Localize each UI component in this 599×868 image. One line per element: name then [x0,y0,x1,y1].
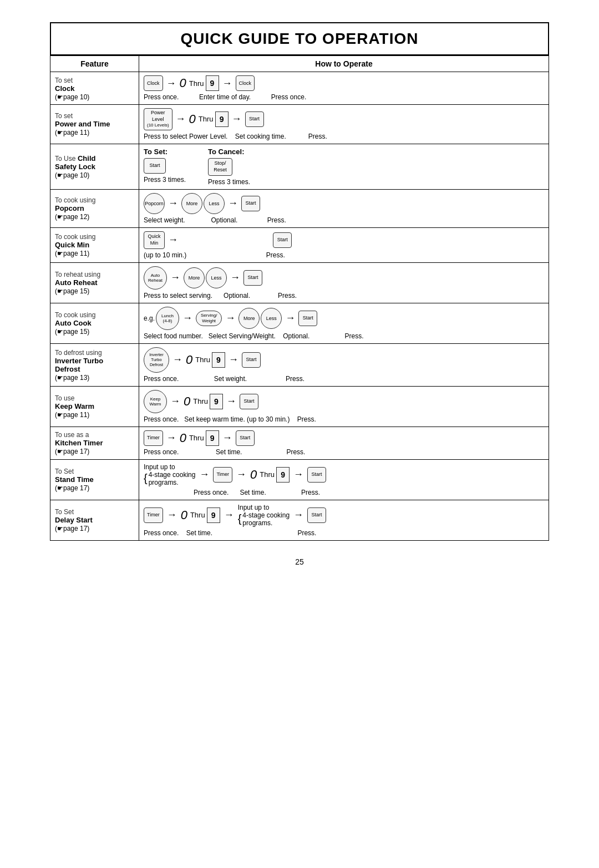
feature-keep-warm: To use Keep Warm (☛page 11) [50,386,139,427]
quick-min-btn[interactable]: QuickMin [144,231,165,249]
table-row: To defrost using Inverter Turbo Defrost … [50,343,549,386]
zero-nine-defrost: 0 Thru 9 [186,352,225,368]
timer-btn-kitchen[interactable]: Timer [144,430,163,446]
arrow-icon: → [167,509,177,521]
start-btn-child-set[interactable]: Start [144,158,166,174]
arrow-icon-2: → [222,432,232,444]
feature-auto-reheat: To reheat using Auto Reheat (☛page 15) [50,262,139,303]
serving-weight-btn[interactable]: Serving/Weight [196,311,222,326]
arrow-icon-2: → [224,509,234,521]
arrow-icon-2: → [226,395,236,407]
arrow-icon: → [170,395,180,407]
how-clock: Clock → 0 Thru 9 → Clock Press once. Ent… [139,72,549,105]
zero-nine-timer: 0 Thru 9 [180,430,219,446]
page-number: 25 [50,557,549,566]
feature-stand-time: To Set Stand Time (☛page 17) [50,459,139,500]
more-btn-reheat[interactable]: More [184,267,205,288]
feature-clock: To set Clock (☛page 10) [50,72,139,105]
how-delay-start: Timer → 0 Thru 9 → Input up to { 4 [139,500,549,540]
arrow-icon: → [176,113,186,125]
how-power-time: PowerLevel(10 Levels) → 0 Thru 9 → Start… [139,105,549,144]
feature-quick-min: To cook using Quick Min (☛page 11) [50,227,139,262]
less-btn-reheat[interactable]: Less [206,267,227,288]
arrow-icon-2: → [222,78,232,89]
zero-nine-keep-warm: 0 Thru 9 [184,394,223,409]
zero-nine-stand: 0 Thru 9 [250,467,290,483]
inverter-turbo-btn[interactable]: InverterTurboDefrost [144,347,169,373]
page-container: QUICK GUIDE TO OPERATION Feature How to … [50,22,549,566]
popcorn-btn[interactable]: Popcorn [144,193,165,214]
how-child-safety: To Set: Start Press 3 times. To Cancel: … [139,144,549,189]
table-row: To Use Child Safety Lock (☛page 10) To S… [50,144,549,189]
table-row: To set Power and Time (☛page 11) PowerLe… [50,105,549,144]
table-row: To cook using Quick Min (☛page 11) Quick… [50,227,549,262]
start-btn-reheat[interactable]: Start [243,270,262,286]
keep-warm-btn[interactable]: KeepWarm [144,390,167,413]
lunch-btn[interactable]: Lunch(4-8) [156,307,179,330]
arrow-icon-3: → [285,312,295,324]
feature-auto-cook: To cook using Auto Cook (☛page 15) [50,303,139,343]
arrow-icon-2: → [228,197,238,209]
arrow-icon: → [170,272,180,283]
how-keep-warm: KeepWarm → 0 Thru 9 → Start Press once. … [139,386,549,427]
auto-reheat-btn[interactable]: AutoReheat [144,266,167,290]
table-row: To set Clock (☛page 10) Clock → 0 Thru 9… [50,72,549,105]
start-btn-timer[interactable]: Start [236,430,255,446]
arrow-icon-3: → [293,469,303,480]
stop-reset-btn[interactable]: Stop/Reset [208,158,232,176]
guide-table: Feature How to Operate To set Clock (☛pa… [50,55,549,541]
table-row: To use as a Kitchen Timer (☛page 17) Tim… [50,427,549,459]
start-btn-defrost[interactable]: Start [242,352,261,368]
feature-child-safety: To Use Child Safety Lock (☛page 10) [50,144,139,189]
table-row: To Set Delay Start (☛page 17) Timer → 0 … [50,500,549,540]
power-level-btn[interactable]: PowerLevel(10 Levels) [144,108,172,130]
table-row: To reheat using Auto Reheat (☛page 15) A… [50,262,549,303]
how-quick-min: QuickMin → Start (up to 10 min.) Press [139,227,549,262]
less-btn-cook[interactable]: Less [261,308,282,329]
less-btn-popcorn[interactable]: Less [204,193,225,214]
zero-nine-clock: 0 Thru 9 [180,75,219,91]
how-auto-reheat: AutoReheat → More Less → Start Press to … [139,262,549,303]
feature-kitchen-timer: To use as a Kitchen Timer (☛page 17) [50,427,139,459]
col-how-header: How to Operate [139,56,549,72]
table-row: To Set Stand Time (☛page 17) Input up to… [50,459,549,500]
start-btn-power[interactable]: Start [245,111,264,127]
start-btn-cook[interactable]: Start [298,311,317,326]
more-btn-cook[interactable]: More [238,308,260,329]
table-row: To use Keep Warm (☛page 11) KeepWarm → 0… [50,386,549,427]
more-btn-popcorn[interactable]: More [181,193,202,214]
arrow-icon-2: → [229,354,238,366]
clock-btn-1[interactable]: Clock [144,75,163,91]
feature-popcorn: To cook using Popcorn (☛page 12) [50,189,139,227]
how-kitchen-timer: Timer → 0 Thru 9 → Start Press once. Set… [139,427,549,459]
arrow-icon-2: → [230,272,240,283]
arrow-icon: → [168,197,178,209]
start-btn-popcorn[interactable]: Start [241,196,260,211]
how-stand-time: Input up to { 4-stage cookingprograms. →… [139,459,549,500]
arrow-icon: → [168,234,178,246]
arrow-icon: → [172,354,182,366]
col-feature-header: Feature [50,56,139,72]
zero-nine-power: 0 Thru 9 [189,111,229,127]
arrow-icon-2: → [225,312,235,324]
clock-btn-2[interactable]: Clock [236,75,255,91]
how-auto-cook: e.g. Lunch(4-8) → Serving/Weight → More … [139,303,549,343]
how-popcorn: Popcorn → More Less → Start Select weigh… [139,189,549,227]
timer-btn-delay[interactable]: Timer [144,507,163,523]
feature-power-time: To set Power and Time (☛page 11) [50,105,139,144]
page-title: QUICK GUIDE TO OPERATION [50,22,549,55]
start-btn-quick-min[interactable]: Start [273,232,292,248]
start-btn-stand[interactable]: Start [307,467,326,483]
feature-inverter-turbo: To defrost using Inverter Turbo Defrost … [50,343,139,386]
zero-nine-delay: 0 Thru 9 [181,507,220,523]
arrow-icon: → [166,432,176,444]
arrow-icon-3: → [293,509,303,521]
start-btn-keep-warm[interactable]: Start [240,394,258,409]
arrow-icon: → [182,312,192,324]
timer-btn-stand[interactable]: Timer [213,467,232,483]
table-row: To cook using Auto Cook (☛page 15) e.g. … [50,303,549,343]
arrow-icon-2: → [232,113,242,125]
start-btn-delay[interactable]: Start [307,507,326,523]
arrow-icon-2: → [236,469,246,480]
arrow-icon: → [166,78,176,89]
